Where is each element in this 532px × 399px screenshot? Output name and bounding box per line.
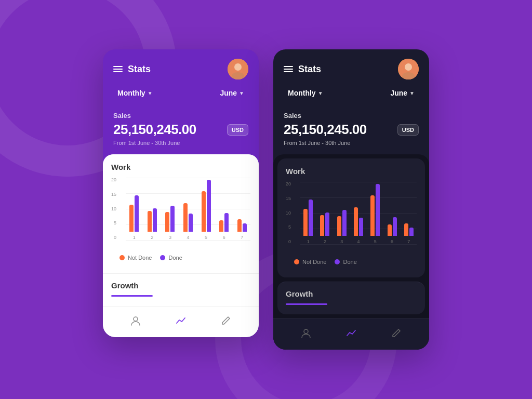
- dark-header-left: Stats: [284, 64, 321, 75]
- legend-not-done: Not Done: [119, 255, 152, 261]
- legend-dot-orange: [119, 255, 125, 260]
- dark-bar-purple-7: [409, 228, 414, 236]
- bar-pair-6: 6: [216, 213, 233, 240]
- light-card-header: Stats: [103, 49, 259, 85]
- dark-growth-section: Growth: [277, 282, 425, 314]
- dark-bar-orange-4: [354, 207, 358, 236]
- dark-monthly-dropdown[interactable]: Monthly ▼: [284, 87, 327, 99]
- bar-orange-3: [165, 212, 169, 232]
- dark-bar-pair-6: 6: [384, 217, 400, 244]
- bar-purple-6: [224, 213, 229, 232]
- dark-bar-orange-1: [303, 209, 308, 236]
- dark-bar-purple-2: [325, 212, 329, 236]
- dark-bar-orange-5: [370, 195, 375, 236]
- light-usd-badge: USD: [227, 124, 248, 136]
- legend-dot-purple: [160, 255, 165, 260]
- dark-work-section: Work 20 15 10: [277, 158, 425, 277]
- svg-point-7: [304, 329, 308, 334]
- dark-bar-purple-5: [376, 184, 380, 236]
- dark-bars-group: 1 2: [300, 182, 417, 244]
- bar-pair-5: 5: [197, 180, 215, 240]
- dark-nav-profile-icon[interactable]: [296, 325, 316, 343]
- dark-nav-edit-icon[interactable]: [387, 325, 406, 343]
- svg-point-3: [134, 317, 138, 321]
- dark-june-dropdown[interactable]: June ▼: [386, 87, 419, 99]
- dark-bar-purple-3: [342, 210, 347, 236]
- dark-growth-title: Growth: [286, 289, 417, 298]
- dark-bar-orange-3: [337, 216, 341, 236]
- dark-bottom-nav: [273, 318, 429, 350]
- light-sales-amount: 25,150,245.00: [113, 122, 196, 138]
- light-june-dropdown[interactable]: June ▼: [216, 87, 248, 99]
- light-monthly-dropdown[interactable]: Monthly ▼: [113, 87, 157, 99]
- monthly-arrow-icon: ▼: [148, 90, 153, 96]
- dark-bar-pair-5: 5: [367, 184, 383, 244]
- dark-usd-badge: USD: [397, 124, 419, 136]
- light-growth-line: [111, 295, 153, 297]
- dark-bar-purple-4: [359, 218, 363, 236]
- light-sales-section: Sales 25,150,245.00 USD From 1st June - …: [103, 105, 259, 154]
- dark-hamburger-icon[interactable]: [284, 66, 293, 72]
- bar-pair-7: 7: [233, 219, 250, 240]
- bar-purple-2: [153, 208, 157, 232]
- light-growth-section: Growth: [103, 273, 259, 306]
- dark-y-axis: 20 15 10 5 0: [286, 182, 291, 244]
- light-bars-group: 1 2: [126, 178, 250, 240]
- svg-point-5: [405, 63, 412, 71]
- dark-bar-orange-2: [320, 215, 324, 236]
- light-date-range: From 1st June - 30th June: [113, 140, 248, 146]
- bar-orange-7: [237, 219, 242, 232]
- dark-chart-area: 20 15 10 5 0 1: [286, 182, 417, 255]
- light-card-body: Work 20 15: [103, 154, 259, 337]
- bar-purple-5: [207, 180, 211, 232]
- bar-pair-4: 4: [180, 203, 197, 240]
- bar-purple-3: [170, 206, 175, 232]
- dark-dropdowns-row: Monthly ▼ June ▼: [273, 85, 429, 105]
- light-bar-chart: 20 15 10 5 0: [111, 178, 250, 250]
- bar-purple-4: [189, 214, 193, 232]
- hamburger-icon[interactable]: [113, 66, 123, 72]
- bar-pair-1: 1: [126, 195, 143, 240]
- dark-legend: Not Done Done: [286, 255, 417, 271]
- light-dropdowns-row: Monthly ▼ June ▼: [103, 85, 259, 105]
- dark-bar-pair-1: 1: [300, 200, 316, 244]
- bar-orange-2: [148, 211, 152, 232]
- dark-sales-label: Sales: [284, 112, 419, 119]
- light-work-section: Work 20 15: [103, 154, 259, 273]
- light-sales-label: Sales: [113, 112, 248, 119]
- dark-bar-pair-7: 7: [401, 223, 417, 244]
- legend-done: Done: [160, 255, 182, 261]
- dark-card: Stats Monthly ▼ June ▼ Sales: [273, 49, 429, 350]
- dark-bar-purple-6: [393, 217, 397, 236]
- dark-legend-not-done: Not Done: [294, 259, 326, 265]
- dark-avatar[interactable]: [398, 59, 419, 79]
- dark-legend-done: Done: [335, 259, 356, 265]
- light-card: Stats Monthly ▼ June ▼ Sales: [103, 49, 259, 337]
- dark-legend-dot-purple: [335, 259, 340, 264]
- dark-legend-dot-orange: [294, 259, 299, 264]
- cards-container: Stats Monthly ▼ June ▼ Sales: [103, 49, 429, 350]
- light-nav-profile-icon[interactable]: [126, 313, 145, 331]
- svg-point-1: [234, 63, 242, 71]
- dark-bar-chart: 20 15 10 5 0 1: [286, 182, 417, 255]
- light-legend: Not Done Done: [111, 250, 250, 267]
- dark-june-arrow-icon: ▼: [409, 90, 415, 96]
- light-chart-area: 20 15 10 5 0: [111, 178, 250, 250]
- header-left: Stats: [113, 64, 151, 75]
- dark-nav-stats-icon[interactable]: [341, 325, 361, 343]
- dark-growth-line: [286, 303, 327, 305]
- dark-card-body: Work 20 15 10: [273, 154, 429, 350]
- light-avatar[interactable]: [228, 59, 248, 79]
- light-nav-edit-icon[interactable]: [216, 313, 236, 331]
- dark-bar-purple-1: [309, 200, 313, 236]
- dark-bar-pair-2: 2: [317, 212, 332, 244]
- light-work-title: Work: [111, 163, 250, 171]
- dark-date-range: From 1st June - 30th June: [284, 140, 419, 146]
- light-nav-stats-icon[interactable]: [171, 313, 191, 331]
- dark-bar-pair-3: 3: [334, 210, 350, 244]
- bar-purple-7: [243, 223, 247, 232]
- bar-orange-5: [202, 191, 206, 232]
- dark-monthly-arrow-icon: ▼: [318, 90, 323, 96]
- dark-bar-pair-4: 4: [351, 207, 366, 244]
- dark-sales-section: Sales 25,150,245.00 USD From 1st June - …: [273, 105, 429, 154]
